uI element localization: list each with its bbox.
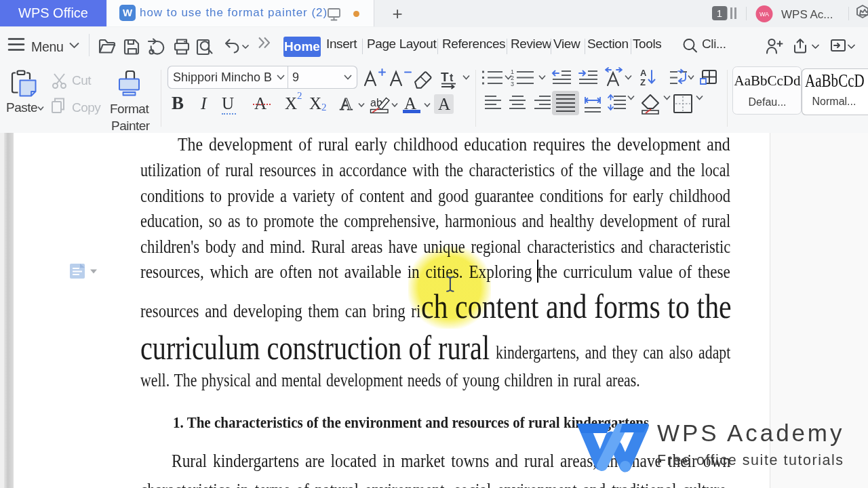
svg-text:WA: WA: [760, 11, 769, 18]
svg-text:1: 1: [717, 7, 722, 19]
svg-text:T: T: [441, 70, 449, 84]
svg-text:3: 3: [511, 81, 514, 87]
svg-text:WPS Ac...: WPS Ac...: [781, 8, 833, 21]
svg-text:Z: Z: [640, 77, 646, 87]
svg-text:A: A: [340, 94, 353, 113]
svg-text:WPS Academy: WPS Academy: [657, 420, 844, 446]
svg-text:A: A: [640, 68, 647, 78]
svg-text:t: t: [450, 72, 454, 83]
svg-text:Free office suite tutorials: Free office suite tutorials: [657, 452, 844, 468]
